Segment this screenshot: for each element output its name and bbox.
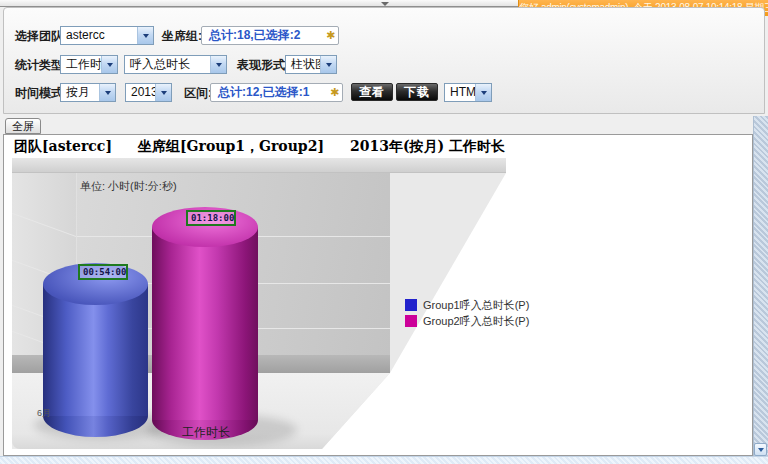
team-select[interactable]: astercc (60, 26, 154, 45)
chevron-down-icon (320, 56, 336, 73)
chevron-down-icon (210, 56, 226, 73)
bottom-edge-pattern (0, 456, 768, 464)
range-multiselect[interactable]: 总计:12,已选择:1 ✱ (210, 83, 343, 102)
year-value: 2013年 (126, 84, 155, 101)
month-tick-label: 6月 (37, 407, 51, 420)
legend-item: Group1呼入总时长(P) (405, 297, 529, 313)
multiselect-asterisk-icon: ✱ (330, 86, 342, 99)
agent-group-label: 坐席组: (162, 27, 202, 45)
chevron-down-icon (758, 448, 764, 452)
app-window: 您好 admin(systemadmin), 今天 2013-08-07 10:… (0, 0, 768, 464)
sub-type-value: 呼入总时长 (125, 56, 210, 73)
sub-type-select[interactable]: 呼入总时长 (124, 55, 227, 74)
chevron-down-icon (155, 84, 171, 101)
chart-panel: 团队[astercc]坐席组[Group1，Group2]2013年(按月) 工… (3, 134, 753, 456)
time-mode-value: 按月 (61, 84, 99, 101)
chart-title: 团队[astercc]坐席组[Group1，Group2]2013年(按月) 工… (14, 138, 505, 156)
scroll-down-button[interactable] (754, 443, 767, 456)
chart-title-team: 团队[astercc] (14, 138, 112, 154)
stat-type-select[interactable]: 工作时长 (60, 55, 118, 74)
legend-item: Group2呼入总时长(P) (405, 313, 529, 329)
legend-label-group1: Group1呼入总时长(P) (423, 298, 529, 313)
range-value: 总计:12,已选择:1 (211, 84, 330, 101)
chart-legend: Group1呼入总时长(P) Group2呼入总时长(P) (405, 297, 529, 329)
download-button[interactable]: 下载 (396, 83, 438, 101)
bar-group2-value-label: 01:18:00 (186, 210, 236, 226)
display-form-value: 柱状图 (286, 56, 320, 73)
view-button[interactable]: 查看 (351, 83, 393, 101)
collapse-panel-arrow-icon[interactable] (381, 2, 389, 6)
chevron-down-icon (99, 84, 115, 101)
range-label: 区间: (184, 84, 212, 102)
legend-label-group2: Group2呼入总时长(P) (423, 314, 529, 329)
year-select[interactable]: 2013年 (125, 83, 172, 102)
bar-group1-value-label: 00:54:00 (78, 264, 128, 280)
legend-swatch-group1 (405, 299, 417, 311)
team-select-value: astercc (61, 27, 137, 44)
chevron-down-icon (137, 27, 153, 44)
multiselect-asterisk-icon: ✱ (326, 29, 338, 42)
format-select[interactable]: HTML (444, 83, 492, 102)
agent-group-multiselect[interactable]: 总计:18,已选择:2 ✱ (201, 26, 339, 45)
display-form-label: 表现形式: (237, 56, 289, 74)
x-axis-label: 工作时长 (182, 424, 230, 441)
time-mode-select[interactable]: 按月 (60, 83, 116, 102)
stat-type-value: 工作时长 (61, 56, 101, 73)
legend-swatch-group2 (405, 315, 417, 327)
chevron-down-icon (475, 84, 491, 101)
display-form-select[interactable]: 柱状图 (285, 55, 337, 74)
plot-ceiling (12, 158, 506, 173)
bar-group2-cylinder[interactable] (152, 227, 258, 420)
filter-form-panel: 选择团队: astercc 坐席组: 总计:18,已选择:2 ✱ 统计类型: 工… (3, 7, 765, 114)
chart-title-group: 坐席组[Group1，Group2] (138, 138, 324, 154)
unit-label: 单位: 小时(时:分:秒) (80, 179, 177, 194)
right-edge-pattern (753, 116, 768, 456)
chart-title-period: 2013年(按月) 工作时长 (350, 138, 505, 154)
agent-group-value: 总计:18,已选择:2 (202, 27, 326, 44)
format-value: HTML (445, 84, 475, 101)
chevron-down-icon (101, 56, 117, 73)
fullscreen-button[interactable]: 全屏 (5, 118, 41, 134)
